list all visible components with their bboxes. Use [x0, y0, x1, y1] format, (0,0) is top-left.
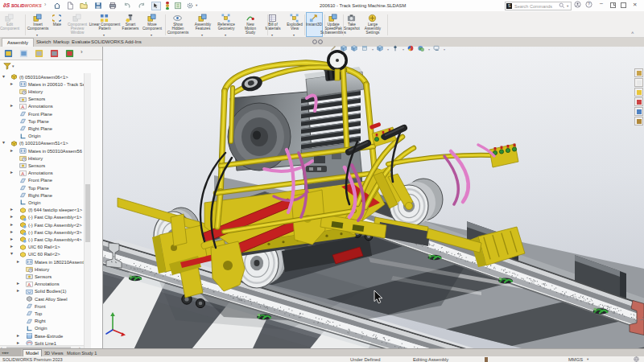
- svg-text:?: ?: [588, 2, 590, 6]
- svg-text:A: A: [21, 105, 24, 109]
- svg-text:A: A: [27, 282, 31, 286]
- svg-text:A: A: [21, 171, 24, 175]
